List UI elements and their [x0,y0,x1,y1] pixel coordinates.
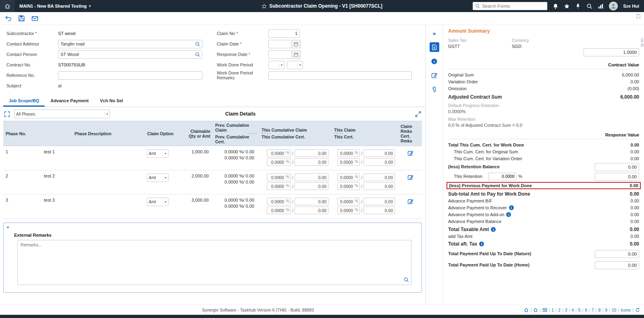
claim-date-input[interactable] [268,40,292,48]
retention-balance-input[interactable] [595,163,639,171]
nav-home-icon[interactable] [524,308,533,312]
page-link[interactable]: 2 [558,308,565,312]
edit-remarks-icon[interactable] [407,174,413,180]
page-link[interactable]: 8 [598,308,605,312]
save-button[interactable] [18,15,25,22]
submit-button[interactable] [31,15,38,22]
this-cum-claim-amt-input[interactable] [295,198,328,205]
calendar-icon[interactable] [292,40,301,48]
claim-details-table: Phase No. Phase Description Claim Option… [3,121,422,219]
this-cert-amt-input[interactable] [364,158,395,166]
this-cum-claim-amt-input[interactable] [295,149,328,157]
page-link[interactable]: 4 [571,308,578,312]
paid-home-input[interactable] [595,261,639,269]
external-remarks-textarea[interactable] [17,240,411,285]
claim-option-select[interactable]: Amt ▾ [147,198,168,206]
work-done-period-year-select[interactable]: ▾ [287,61,303,69]
paid-nature-input[interactable] [595,250,639,258]
attachment-paperclip-icon[interactable] [430,85,439,94]
page-link[interactable]: 9 [605,308,612,312]
contact-address-input[interactable] [58,40,202,48]
exch-rate-label: Exch Rate [641,38,644,47]
summary-row: add Tax Amt 0.00 [448,233,639,240]
refresh-icon[interactable] [635,308,640,312]
info-icon[interactable]: i [506,212,511,217]
info-icon[interactable]: i [479,242,484,246]
previous-payment-row-highlighted: (less) Previous Payment for Work Done 0.… [447,182,641,189]
search-icon[interactable] [403,277,409,283]
info-icon[interactable]: i [491,227,496,232]
reference-no-input[interactable] [58,71,202,80]
response-date-input[interactable] [268,50,292,59]
pin-icon[interactable] [575,3,581,9]
build-info: Synergix Software - Taskhub Version 6 (T… [202,308,314,312]
table-row: 1 test 1 Amt ▾ 1,000.00 0.0000 %/ 0.00 0… [3,146,422,170]
edit-tab-icon[interactable] [430,70,439,80]
analytics-chart-icon[interactable] [598,3,604,9]
claim-option-select[interactable]: Amt ▾ [147,149,168,158]
contact-person-label: Contact Person [6,52,58,57]
search-icon[interactable] [195,52,200,57]
page-link[interactable]: 1 [552,308,559,312]
this-cum-cert-amt-input[interactable] [295,182,328,190]
chevron-down-icon: ▾ [89,4,91,8]
this-claim-amt-input[interactable] [364,198,395,205]
col-claim-rmks: Claim Rmks Cert. Rmks [398,124,422,143]
icons-link[interactable]: Icons [621,308,635,312]
this-cum-claim-amt-input[interactable] [295,173,328,181]
favorites-star-icon[interactable] [564,3,570,9]
edit-remarks-icon[interactable] [407,150,413,156]
work-done-period-month-select[interactable]: ▾ [268,61,285,69]
this-cert-amt-input[interactable] [364,206,395,214]
summary-row: (less) Retention Balance [448,162,639,171]
this-claim-amt-input[interactable] [364,173,395,181]
page-link[interactable]: 10 [612,308,621,312]
contract-no-value: ST00075SUB [58,62,85,67]
variation-order-value: 0.00 [631,79,639,84]
page-link[interactable]: 7 [592,308,598,312]
fullscreen-icon[interactable] [4,111,10,117]
tab-job-scope-bq[interactable]: Job Scope/BQ [3,95,45,107]
page-link[interactable]: 3 [565,308,572,312]
nav-home2-icon[interactable] [533,308,542,312]
this-retention-amt-input[interactable] [595,173,639,181]
this-cum-cert-amt-input[interactable] [295,158,328,166]
info-icon[interactable]: i [509,205,514,210]
edit-remarks-icon[interactable] [407,198,413,204]
claim-no-input[interactable] [268,29,300,38]
page-link[interactable]: 6 [585,308,592,312]
table-header-row: Phase No. Phase Description Claim Option… [3,121,422,146]
collapse-caret-icon[interactable]: ▾ [7,225,9,229]
this-claim-amt-input[interactable] [364,149,395,157]
phase-filter-select[interactable]: All Phases ▾ [14,109,110,118]
this-retention-pct-input[interactable] [488,173,517,180]
global-search-icon[interactable] [586,3,592,9]
original-sum-label: Original Sum [448,72,474,77]
amount-summary-tab-icon[interactable]: $ [430,42,439,52]
this-cert-amt-input[interactable] [364,182,395,190]
total-cum-cert-label: Total This Cum. Cert. for Work Done [448,142,524,147]
info-tab-icon[interactable]: i [430,56,439,66]
undo-button[interactable] [5,15,12,22]
workspace-selector[interactable]: MAIN1 - New BA Shared Testing ▾ [15,4,96,8]
search-forms-box[interactable] [473,2,547,10]
contact-person-input[interactable] [58,50,202,59]
work-done-period-remarks-input[interactable] [268,71,412,80]
search-icon[interactable] [195,41,200,47]
tab-vch-no-sel[interactable]: Vch No Sel [94,95,129,107]
claim-option-select[interactable]: Amt ▾ [147,173,168,182]
clipboard-icon[interactable] [636,14,641,19]
page-link[interactable]: 5 [578,308,585,312]
collapse-panel-icon[interactable]: » [430,28,439,38]
this-cum-cert-amt-input[interactable] [295,206,328,214]
notifications-bell-icon[interactable] [553,3,559,9]
tab-advance-payment[interactable]: Advance Payment [45,95,94,107]
calendar-icon[interactable] [292,50,301,59]
expand-diagonal-icon[interactable] [415,111,421,117]
home-button[interactable] [0,0,15,12]
search-forms-input[interactable] [482,4,542,8]
exch-rate-input[interactable] [584,48,639,56]
user-avatar[interactable] [609,2,618,10]
nav-grid-icon[interactable] [542,308,552,312]
claimable-amount: 3,000.00 [177,197,213,215]
